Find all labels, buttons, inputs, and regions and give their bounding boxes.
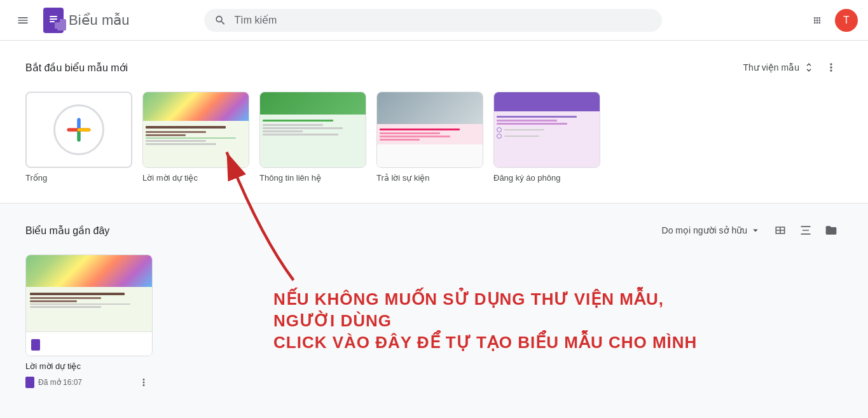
- recent-controls: Do mọi người sở hữu: [662, 219, 843, 242]
- owner-dropdown[interactable]: Do mọi người sở hữu: [662, 225, 761, 236]
- svg-rect-2: [50, 18, 57, 20]
- svg-rect-1: [50, 16, 57, 17]
- form-icon: [31, 339, 40, 351]
- menu-icon[interactable]: [10, 8, 36, 33]
- template-item-party[interactable]: Lời mời dự tiệc: [142, 92, 249, 183]
- template-section: Bắt đầu biểu mẫu mới Thư viện mẫu: [0, 41, 868, 204]
- app-logo[interactable]: Biểu mẫu: [43, 8, 129, 33]
- forms-logo-icon: [43, 8, 64, 33]
- list-item: Lời mời dự tiệc Đã mở 16:07: [25, 254, 153, 391]
- svg-rect-4: [55, 22, 60, 29]
- main-content: Bắt đầu biểu mẫu mới Thư viện mẫu: [0, 41, 868, 407]
- template-item-shirt[interactable]: Đăng ký áo phông: [493, 92, 600, 183]
- recent-item-meta: Đã mở 16:07: [25, 373, 153, 391]
- avatar[interactable]: T: [835, 9, 858, 32]
- plus-icon: [64, 115, 94, 145]
- annotation-text: NẾU KHÔNG MUỐN SỬ DỤNG THƯ VIỆN MẪU, NGƯ…: [273, 289, 706, 353]
- template-more-button[interactable]: [820, 56, 843, 79]
- recent-item-time: Đã mở 16:07: [38, 378, 82, 387]
- search-icon: [214, 14, 226, 27]
- dropdown-arrow-icon: [750, 225, 761, 236]
- blank-card-circle: [53, 104, 104, 155]
- template-contact-label: Thông tin liên hệ: [259, 173, 321, 183]
- template-item-contact[interactable]: Thông tin liên hệ: [259, 92, 366, 183]
- library-label: Thư viện mẫu: [743, 62, 799, 73]
- shirt-card[interactable]: [493, 92, 600, 168]
- folder-button[interactable]: [820, 219, 843, 242]
- search-box: [204, 9, 662, 32]
- template-section-header: Bắt đầu biểu mẫu mới Thư viện mẫu: [25, 56, 843, 79]
- party-card[interactable]: [142, 92, 249, 168]
- template-section-title: Bắt đầu biểu mẫu mới: [25, 62, 128, 74]
- grid-view-button[interactable]: [769, 219, 792, 242]
- search-container: [204, 9, 662, 32]
- recent-card-footer: [26, 331, 152, 356]
- template-party-label: Lời mời dự tiệc: [142, 173, 198, 183]
- template-section-controls: Thư viện mẫu: [743, 56, 843, 79]
- blank-card[interactable]: [25, 92, 132, 168]
- recent-card-preview: [26, 255, 152, 331]
- template-blank-label: Trống: [25, 173, 47, 183]
- apps-grid-icon[interactable]: [804, 8, 830, 33]
- template-event-label: Trả lời sự kiện: [376, 173, 430, 183]
- recent-item-info: Đã mở 16:07: [25, 377, 82, 388]
- contact-card[interactable]: [259, 92, 366, 168]
- template-item-event[interactable]: Trả lời sự kiện: [376, 92, 483, 183]
- owner-label: Do mọi người sở hữu: [662, 225, 747, 235]
- template-shirt-label: Đăng ký áo phông: [493, 173, 561, 183]
- search-input[interactable]: [234, 15, 652, 26]
- header-right: T: [804, 8, 858, 33]
- form-icon-small: [25, 377, 34, 388]
- svg-rect-3: [50, 21, 55, 22]
- recent-item-label: Lời mời dự tiệc: [25, 361, 153, 371]
- annotation-line1: NẾU KHÔNG MUỐN SỬ DỤNG THƯ VIỆN MẪU, NGƯ…: [273, 289, 706, 332]
- library-button[interactable]: Thư viện mẫu: [743, 62, 815, 73]
- annotation-line2: CLICK VÀO ĐÂY ĐỂ TỰ TẠO BIỂU MẪU CHO MÌN…: [273, 332, 706, 354]
- recent-card[interactable]: [25, 254, 153, 356]
- chevron-updown-icon: [803, 62, 815, 73]
- view-icons: [769, 219, 843, 242]
- event-card[interactable]: [376, 92, 483, 168]
- recent-section-header: Biểu mẫu gần đây Do mọi người sở hữu: [25, 219, 843, 242]
- recent-section-title: Biểu mẫu gần đây: [25, 225, 109, 237]
- recent-item-more-button[interactable]: [135, 373, 153, 391]
- app-header: Biểu mẫu T: [0, 0, 868, 41]
- templates-row: Trống: [25, 92, 843, 183]
- template-item-blank[interactable]: Trống: [25, 92, 132, 183]
- sort-button[interactable]: [794, 219, 817, 242]
- app-name: Biểu mẫu: [69, 12, 129, 29]
